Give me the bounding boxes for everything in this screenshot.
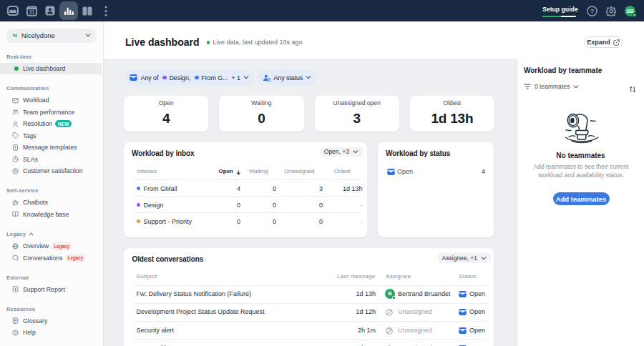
svg-text:?: ? <box>590 7 594 14</box>
svg-text:31: 31 <box>29 9 34 14</box>
